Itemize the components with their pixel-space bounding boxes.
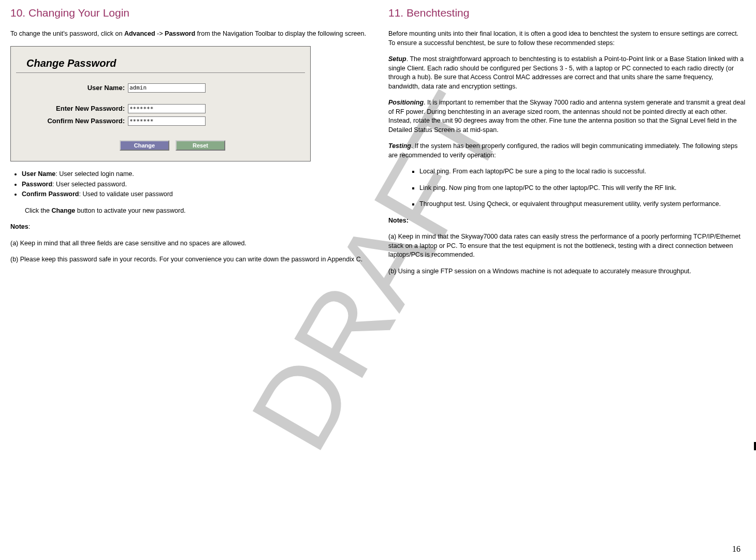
note-b: (b) Using a single FTP session on a Wind… xyxy=(388,267,746,276)
label-new-password: Enter New Password: xyxy=(16,104,125,113)
click-instruction: Click the Change button to activate your… xyxy=(25,207,368,216)
text-bold-italic: Positioning xyxy=(388,99,424,106)
list-item: User Name: User selected login name. xyxy=(22,170,368,179)
label-username: User Name: xyxy=(16,83,125,93)
panel-title: Change Password xyxy=(26,56,305,70)
list-item: Local ping. From each laptop/PC be sure … xyxy=(419,167,746,176)
text-bold-italic: Setup xyxy=(388,55,406,63)
note-b: (b) Please keep this password safe in yo… xyxy=(10,255,368,264)
text-bold: Confirm Password xyxy=(22,190,79,198)
text-bold-italic: Testing xyxy=(388,142,411,150)
text: . It is important to remember that the S… xyxy=(388,99,745,134)
positioning-paragraph: Positioning. It is important to remember… xyxy=(388,98,746,135)
text-bold: Notes xyxy=(10,223,28,230)
note-a: (a) Keep in mind that all three fields a… xyxy=(10,239,368,248)
intro-paragraph: Before mounting units into their final l… xyxy=(388,30,746,48)
text-bold: Change xyxy=(51,207,75,214)
text-bold: Advanced xyxy=(124,30,155,37)
divider xyxy=(16,72,305,73)
note-a: (a) Keep in mind that the Skyway7000 dat… xyxy=(388,232,746,260)
text-bold: Password xyxy=(165,30,195,37)
field-description-list: User Name: User selected login name. Pas… xyxy=(10,170,368,199)
intro-paragraph: To change the unit's password, click on … xyxy=(10,30,368,39)
text: : User selected password. xyxy=(52,181,127,188)
notes-label: Notes: xyxy=(388,216,746,226)
text-bold: Password xyxy=(22,181,52,188)
notes-label: Notes: xyxy=(10,223,368,232)
text: : User selected login name. xyxy=(55,170,134,178)
button-row: Change Reset xyxy=(120,140,305,151)
setup-paragraph: Setup. The most straightforward approach… xyxy=(388,55,746,91)
form-row-confirm-password: Confirm New Password: xyxy=(16,116,305,126)
new-password-input[interactable] xyxy=(128,104,206,113)
text: To change the unit's password, click on xyxy=(10,30,124,37)
text: : Used to validate user password xyxy=(79,190,172,198)
text: button to activate your new password. xyxy=(75,207,185,214)
testing-paragraph: Testing. If the system has been properly… xyxy=(388,142,746,160)
text: . If the system has been properly config… xyxy=(388,142,737,159)
form-row-new-password: Enter New Password: xyxy=(16,104,305,113)
reset-button[interactable]: Reset xyxy=(176,140,225,151)
text-bold: Notes: xyxy=(388,217,409,224)
username-input[interactable] xyxy=(128,83,206,93)
text: Click the xyxy=(25,207,51,214)
text: -> xyxy=(155,30,165,37)
list-item: Confirm Password: Used to validate user … xyxy=(22,190,368,199)
page-columns: 10. Changing Your Login To change the un… xyxy=(10,5,746,283)
section-heading-10: 10. Changing Your Login xyxy=(10,5,368,20)
list-item: Throughput test. Using Qcheck, or equiva… xyxy=(419,200,746,209)
change-button[interactable]: Change xyxy=(120,140,169,151)
left-column: 10. Changing Your Login To change the un… xyxy=(10,5,368,283)
form-row-username: User Name: xyxy=(16,83,305,93)
right-column: 11. Benchtesting Before mounting units i… xyxy=(388,5,746,283)
confirm-password-input[interactable] xyxy=(128,116,206,126)
section-heading-11: 11. Benchtesting xyxy=(388,5,746,20)
list-item: Password: User selected password. xyxy=(22,180,368,189)
text: from the Navigation Toolbar to display t… xyxy=(195,30,366,37)
label-confirm-password: Confirm New Password: xyxy=(16,116,125,126)
testing-steps-list: Local ping. From each laptop/PC be sure … xyxy=(388,167,746,209)
page-number: 16 xyxy=(732,543,740,555)
change-password-panel: Change Password User Name: Enter New Pas… xyxy=(10,46,311,162)
page-edge-mark xyxy=(754,442,756,450)
list-item: Link ping. Now ping from one laptop/PC t… xyxy=(419,184,746,193)
text: . The most straightforward approach to b… xyxy=(388,55,744,90)
text-bold: User Name xyxy=(22,170,55,178)
